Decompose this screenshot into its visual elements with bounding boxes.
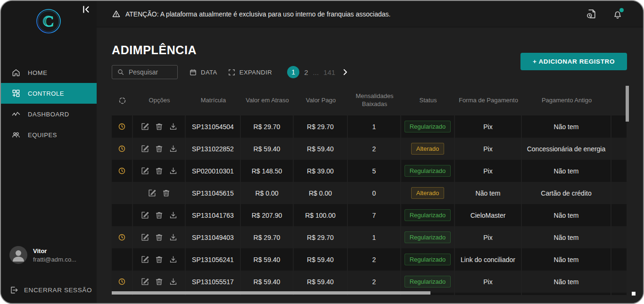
sidebar-item-equipes[interactable]: EQUIPES	[1, 124, 97, 145]
forma-pagamento-cell: Pix	[455, 160, 522, 182]
collapse-sidebar-icon[interactable]	[81, 4, 92, 15]
download-icon[interactable]	[169, 166, 178, 175]
valor-pago-cell: R$ 100.00	[294, 204, 348, 226]
delete-icon[interactable]	[155, 277, 164, 286]
extra-cell	[611, 182, 627, 204]
vertical-scrollbar[interactable]	[626, 86, 629, 122]
matricula-cell: SP131022852	[186, 138, 241, 160]
valor-atraso-cell: R$ 59.40	[241, 248, 294, 271]
valor-pago-cell: R$ 0.00	[294, 182, 348, 204]
forma-pagamento-cell: Pix	[455, 226, 522, 248]
delete-icon[interactable]	[155, 144, 164, 153]
refresh-spinner-icon[interactable]	[112, 85, 133, 115]
status-badge: Alterado	[411, 187, 444, 199]
expand-button[interactable]: EXPANDIR	[228, 68, 272, 76]
sidebar: C HOME	[1, 1, 97, 303]
delete-icon[interactable]	[155, 233, 164, 242]
matricula-cell: SP131045615	[186, 182, 241, 204]
edit-icon[interactable]	[140, 277, 149, 286]
download-icon[interactable]	[169, 144, 178, 153]
matricula-cell: SP131056241	[186, 248, 241, 271]
table-body: SP131054504 R$ 29.70 R$ 29.70 1 Regulari…	[112, 115, 627, 293]
mensalidades-cell: 5	[348, 160, 401, 182]
date-filter-button[interactable]: DATA	[189, 68, 217, 76]
edit-icon[interactable]	[140, 233, 149, 242]
document-history-icon[interactable]	[586, 8, 598, 20]
extra-cell	[611, 160, 627, 182]
next-page-icon[interactable]	[341, 68, 349, 76]
status-badge: Alterado	[411, 143, 444, 155]
sidebar-item-label: EQUIPES	[28, 131, 57, 139]
download-icon[interactable]	[169, 277, 178, 286]
edit-icon[interactable]	[140, 144, 149, 153]
table-row: SP131045615 R$ 0.00 R$ 0.00 0 Alterado N…	[112, 182, 627, 204]
col-mensalidades: Mensalidades Baixadas	[348, 85, 401, 115]
activity-icon	[11, 109, 21, 119]
valor-pago-cell: R$ 39.00	[294, 160, 348, 182]
content: ADIMPLÊNCIA	[97, 27, 643, 303]
forma-pagamento-cell: Pix	[455, 271, 522, 293]
table-row: SP131054504 R$ 29.70 R$ 29.70 1 Regulari…	[112, 115, 627, 138]
delete-icon[interactable]	[155, 211, 164, 220]
sidebar-bottom: Vitor fratti@adm.co... ENCERRAR SESSÃO	[1, 246, 97, 303]
extra-cell	[611, 226, 627, 248]
pagination-ellipsis: ...	[313, 68, 319, 76]
col-valor-atraso: Valor em Atraso	[241, 85, 294, 115]
edit-icon[interactable]	[140, 122, 149, 131]
valor-atraso-cell: R$ 59.40	[241, 138, 294, 160]
page-1-button[interactable]: 1	[287, 66, 299, 78]
delete-icon[interactable]	[155, 122, 164, 131]
delete-icon[interactable]	[155, 255, 164, 264]
logout-button[interactable]: ENCERRAR SESSÃO	[9, 284, 92, 296]
forma-pagamento-cell: Pix	[455, 115, 522, 138]
edit-icon[interactable]	[140, 166, 149, 175]
page-last-button[interactable]: 141	[323, 68, 335, 76]
page-2-button[interactable]: 2	[304, 68, 308, 76]
add-record-button[interactable]: + ADICIONAR REGISTRO	[520, 53, 627, 70]
horizontal-scrollbar[interactable]	[112, 291, 430, 295]
app-logo: C	[35, 8, 62, 35]
table-row: SP131055517 R$ 59.40 R$ 59.40 2 Regulari…	[112, 271, 627, 293]
valor-pago-cell: R$ 29.70	[294, 115, 348, 138]
search-input[interactable]	[129, 68, 173, 76]
notifications-bell-icon[interactable]	[612, 8, 624, 20]
sidebar-item-dashboard[interactable]: DASHBOARD	[1, 104, 97, 124]
pagamento-antigo-cell: Não tem	[522, 204, 611, 226]
pending-clock-icon	[118, 167, 126, 175]
mensalidades-cell: 1	[348, 115, 401, 138]
warning-banner: ATENÇÃO: A plataforma atualmente é exclu…	[112, 9, 390, 18]
app-window: C HOME	[0, 0, 644, 304]
users-icon	[11, 130, 21, 140]
pagination: 1 2 ... 141	[287, 66, 349, 78]
extra-cell	[611, 204, 627, 226]
table-row: SP131022852 R$ 59.40 R$ 59.40 2 Alterado…	[112, 138, 627, 160]
pending-clock-icon	[118, 278, 126, 286]
warning-icon	[112, 9, 121, 18]
delete-icon[interactable]	[155, 166, 164, 175]
edit-icon[interactable]	[140, 255, 149, 264]
delete-icon[interactable]	[162, 189, 171, 197]
pagamento-antigo-cell: Não tem	[522, 248, 611, 271]
extra-cell	[611, 138, 627, 160]
calendar-icon	[189, 68, 197, 76]
download-icon[interactable]	[169, 255, 178, 264]
pagamento-antigo-cell: Cartão de crédito	[522, 182, 611, 204]
expand-label: EXPANDIR	[239, 69, 272, 76]
status-badge: Regularizado	[405, 121, 451, 132]
extra-cell	[611, 115, 627, 138]
status-badge: Regularizado	[405, 209, 451, 221]
notification-dot	[619, 8, 624, 12]
mensalidades-cell: 1	[348, 226, 401, 248]
search-box	[112, 65, 178, 79]
edit-icon[interactable]	[148, 189, 157, 197]
download-icon[interactable]	[169, 122, 178, 131]
sidebar-nav: HOME CONTROLE DASHBOARD	[1, 62, 97, 145]
extra-cell	[611, 271, 627, 293]
table-row: SP131056241 R$ 59.40 R$ 59.40 2 Regulari…	[112, 248, 627, 271]
sidebar-item-home[interactable]: HOME	[1, 62, 97, 83]
edit-icon[interactable]	[140, 211, 149, 220]
expand-icon	[228, 68, 236, 76]
download-icon[interactable]	[169, 233, 178, 242]
sidebar-item-controle[interactable]: CONTROLE	[1, 83, 97, 104]
download-icon[interactable]	[169, 211, 178, 220]
